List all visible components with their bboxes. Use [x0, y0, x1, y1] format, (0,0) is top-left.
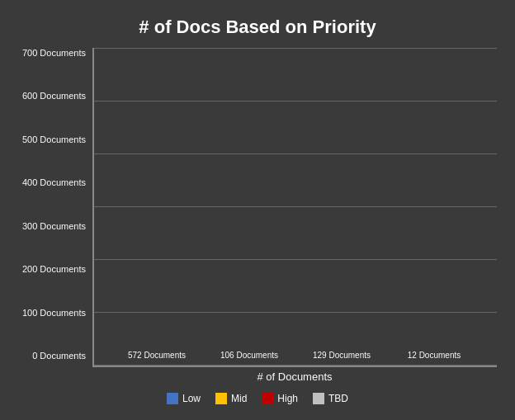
bar-value-label: 106 Documents — [220, 351, 278, 360]
y-axis: 700 Documents600 Documents500 Documents4… — [18, 48, 92, 386]
legend-item: Low — [167, 393, 201, 404]
y-axis-label: 0 Documents — [32, 351, 86, 361]
y-axis-label: 100 Documents — [22, 308, 86, 318]
legend-label: TBD — [328, 393, 348, 404]
y-axis-label: 600 Documents — [22, 91, 86, 101]
legend: LowMidHighTBD — [167, 393, 348, 404]
y-axis-label: 200 Documents — [22, 264, 86, 274]
y-axis-label: 700 Documents — [22, 48, 86, 58]
y-axis-label: 500 Documents — [22, 134, 86, 144]
bars-and-grid: 572 Documents106 Documents129 Documents1… — [92, 48, 497, 367]
chart-container: # of Docs Based on Priority 700 Document… — [10, 8, 505, 413]
chart-area: 700 Documents600 Documents500 Documents4… — [18, 48, 497, 386]
legend-label: High — [277, 393, 298, 404]
legend-label: Low — [182, 393, 201, 404]
legend-item: High — [262, 393, 298, 404]
legend-color-swatch — [215, 393, 227, 404]
legend-color-swatch — [262, 393, 273, 404]
y-axis-label: 400 Documents — [22, 177, 86, 187]
chart-title: # of Docs Based on Priority — [139, 17, 376, 38]
bar-value-label: 572 Documents — [128, 351, 186, 360]
legend-color-swatch — [313, 393, 324, 404]
chart-plot: 572 Documents106 Documents129 Documents1… — [92, 48, 497, 386]
bar-value-label: 12 Documents — [408, 351, 461, 360]
legend-label: Mid — [231, 393, 247, 404]
bars-row: 572 Documents106 Documents129 Documents1… — [94, 48, 497, 366]
bar-value-label: 129 Documents — [313, 351, 371, 360]
y-axis-label: 300 Documents — [22, 221, 86, 231]
legend-color-swatch — [167, 393, 178, 404]
legend-item: Mid — [215, 393, 247, 404]
legend-item: TBD — [313, 393, 348, 404]
x-axis-label: # of Documents — [92, 370, 497, 386]
